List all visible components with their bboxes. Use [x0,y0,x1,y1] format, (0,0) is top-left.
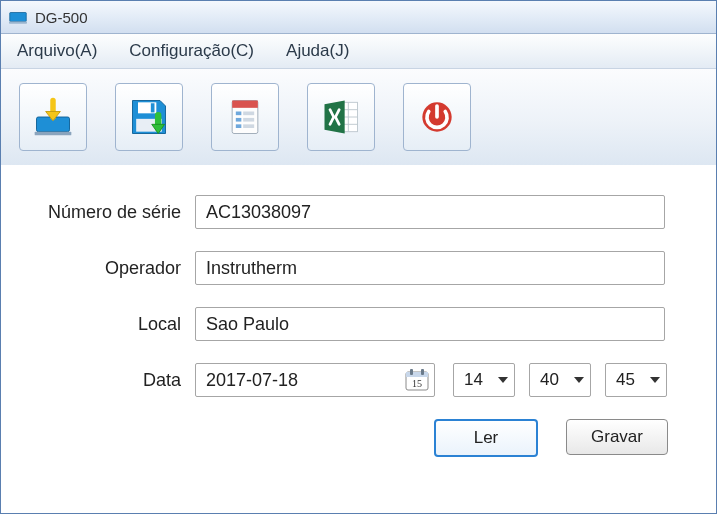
svg-rect-14 [243,124,254,128]
write-button-label: Gravar [591,427,643,447]
chevron-down-icon [574,377,584,383]
serial-label: Número de série [11,202,195,223]
row-serial: Número de série [11,195,698,229]
second-value: 45 [616,370,635,390]
svg-rect-10 [243,112,254,116]
minute-value: 40 [540,370,559,390]
operator-label: Operador [11,258,195,279]
row-operator: Operador [11,251,698,285]
local-input[interactable] [195,307,665,341]
hour-value: 14 [464,370,483,390]
power-icon [415,95,459,139]
serial-input[interactable] [195,195,665,229]
download-icon [31,95,75,139]
toolbar [1,69,716,165]
svg-rect-0 [10,13,27,22]
button-row: Ler Gravar [11,419,698,457]
svg-rect-11 [236,118,242,122]
window-title: DG-500 [35,9,88,26]
report-icon [223,95,267,139]
excel-icon [319,95,363,139]
svg-rect-9 [236,112,242,116]
save-icon [127,95,171,139]
write-button[interactable]: Gravar [566,419,668,455]
chevron-down-icon [498,377,508,383]
menu-arquivo[interactable]: Arquivo(A) [13,39,101,63]
menu-ajuda[interactable]: Ajuda(J) [282,39,353,63]
title-bar: DG-500 [1,1,716,34]
read-button[interactable]: Ler [434,419,538,457]
excel-button[interactable] [307,83,375,151]
menu-configuracao[interactable]: Configuração(C) [125,39,258,63]
svg-rect-5 [151,103,155,112]
date-input[interactable] [195,363,435,397]
row-local: Local [11,307,698,341]
hour-select[interactable]: 14 [453,363,515,397]
svg-rect-13 [236,124,242,128]
operator-input[interactable] [195,251,665,285]
row-date: Data 15 14 40 45 [11,363,698,397]
app-icon [9,10,27,24]
save-button[interactable] [115,83,183,151]
download-button[interactable] [19,83,87,151]
power-button[interactable] [403,83,471,151]
date-label: Data [11,370,195,391]
svg-rect-1 [9,22,27,24]
second-select[interactable]: 45 [605,363,667,397]
form-area: Número de série Operador Local Data 15 [1,165,716,467]
read-button-label: Ler [474,428,499,448]
menu-bar: Arquivo(A) Configuração(C) Ajuda(J) [1,34,716,69]
chevron-down-icon [650,377,660,383]
report-button[interactable] [211,83,279,151]
svg-rect-12 [243,118,254,122]
svg-rect-8 [232,101,258,108]
minute-select[interactable]: 40 [529,363,591,397]
local-label: Local [11,314,195,335]
svg-rect-3 [35,132,72,136]
